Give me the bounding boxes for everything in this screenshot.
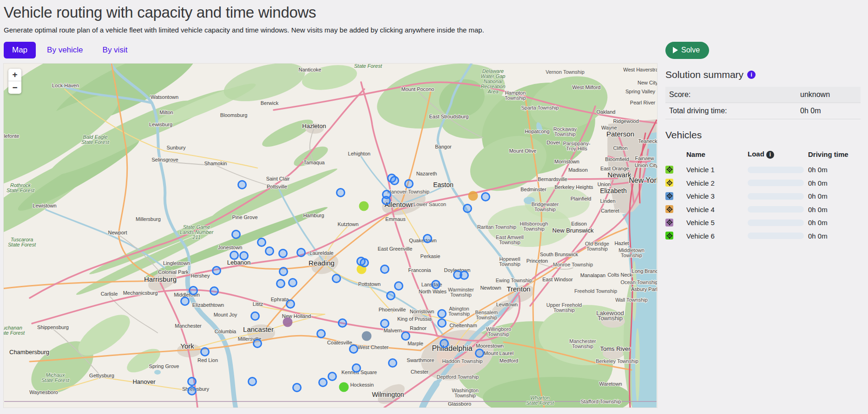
visit-marker[interactable]: [240, 252, 248, 260]
visit-marker[interactable]: [405, 180, 413, 188]
map-place-label: HopewellTownship: [499, 256, 520, 267]
map-place-label: Malvern: [383, 328, 401, 333]
visit-marker[interactable]: [279, 250, 287, 258]
map-place-label: Hanover: [132, 378, 156, 385]
depot-marker[interactable]: [362, 331, 372, 341]
map-place-label: Mount Joy: [214, 312, 237, 317]
visit-marker[interactable]: [230, 252, 238, 259]
visit-marker[interactable]: [387, 292, 395, 300]
visit-marker[interactable]: [337, 189, 345, 197]
map-place-label: Kutztown: [337, 221, 358, 227]
tab[interactable]: By visit: [94, 42, 136, 58]
solve-button[interactable]: Solve: [665, 42, 709, 59]
visit-marker[interactable]: [402, 332, 410, 340]
visit-marker[interactable]: [277, 280, 285, 288]
visit-marker[interactable]: [210, 287, 218, 295]
map-place-label: Newtown: [480, 285, 501, 291]
map-place-label: Medford: [500, 358, 518, 363]
visit-marker[interactable]: [251, 312, 259, 320]
tab[interactable]: By vehicle: [39, 42, 91, 58]
visit-marker[interactable]: [188, 387, 196, 395]
visit-marker[interactable]: [287, 300, 295, 308]
map-place-label: East Windsor: [542, 277, 573, 282]
visit-marker[interactable]: [317, 330, 325, 338]
map-place-label: Parsippany-Troy Hills: [563, 141, 591, 151]
map-place-label: Freehold Township: [574, 288, 617, 294]
map-place-label: Stafford Township: [580, 399, 621, 404]
depot-marker[interactable]: [359, 201, 369, 211]
map-place-label: MiddletownTownship: [618, 247, 644, 258]
zoom-in-button[interactable]: +: [8, 69, 21, 81]
visit-marker[interactable]: [460, 272, 468, 279]
visit-marker[interactable]: [339, 319, 347, 327]
visit-marker[interactable]: [289, 279, 297, 287]
visit-marker[interactable]: [258, 239, 266, 246]
map-place-label: Morristown: [554, 159, 579, 164]
visit-marker[interactable]: [319, 379, 327, 387]
summary-label: Total driving time:: [665, 103, 800, 119]
map-place-label: WillingboroTownship: [486, 326, 511, 337]
visit-marker[interactable]: [254, 340, 262, 348]
depot-marker[interactable]: [339, 382, 349, 392]
map-place-label: Chester: [411, 369, 429, 375]
visit-marker[interactable]: [201, 348, 209, 356]
visit-marker[interactable]: [389, 359, 397, 367]
visit-marker[interactable]: [350, 345, 358, 353]
map-place-label: ManchesterTownship: [569, 338, 596, 349]
zoom-out-button[interactable]: −: [8, 81, 21, 94]
visit-marker[interactable]: [438, 319, 446, 327]
visit-marker[interactable]: [238, 181, 246, 189]
map-place-label: Lebanon: [227, 259, 251, 266]
tab[interactable]: Map: [4, 42, 36, 58]
load-info-icon[interactable]: i: [766, 151, 774, 159]
visit-marker[interactable]: [395, 282, 403, 290]
main-content: MapBy vehicleBy visit: [4, 41, 864, 408]
visit-marker[interactable]: [424, 235, 432, 243]
visit-marker[interactable]: [190, 287, 197, 295]
visit-marker[interactable]: [297, 249, 305, 257]
solution-summary-info-icon[interactable]: i: [747, 71, 756, 79]
map-place-label: Wall Township: [615, 297, 648, 303]
visit-marker[interactable]: [181, 298, 189, 305]
visit-marker[interactable]: [441, 340, 448, 348]
map-place-label: RothrockState Forest: [7, 182, 35, 193]
depot-marker[interactable]: [283, 317, 293, 327]
visit-marker[interactable]: [232, 231, 240, 239]
map-place-label: Red Lion: [197, 357, 218, 363]
map-place-label: Spring Grove: [149, 363, 179, 369]
crosshairs-glyph: [666, 166, 673, 173]
map-place-label: West Milford: [572, 84, 601, 90]
map-place-label: Millersburg: [136, 216, 161, 222]
map-place-label: WarminsterTownship: [448, 287, 474, 298]
visit-marker[interactable]: [381, 265, 389, 273]
visit-marker[interactable]: [249, 378, 256, 386]
map-place-label: Hazlet: [614, 240, 629, 246]
visit-marker[interactable]: [293, 384, 301, 392]
visit-marker[interactable]: [432, 281, 440, 289]
map-place-label: BridgewaterTownship: [532, 201, 559, 212]
visit-marker[interactable]: [381, 320, 389, 328]
visit-marker[interactable]: [464, 205, 472, 213]
map[interactable]: Lock HavenNanticokeWatsontownBerwickMilt…: [4, 64, 657, 408]
visit-marker[interactable]: [188, 378, 196, 386]
visit-marker[interactable]: [382, 197, 390, 205]
map-place-label: Colonial Park: [158, 269, 189, 275]
visit-marker[interactable]: [391, 177, 399, 185]
visit-marker[interactable]: [438, 310, 446, 318]
visit-marker[interactable]: [329, 373, 336, 381]
depot-marker[interactable]: [468, 191, 478, 201]
visit-marker[interactable]: [482, 193, 490, 201]
visit-marker[interactable]: [213, 267, 221, 275]
visit-marker[interactable]: [361, 259, 368, 267]
map-place-label: Sunbury: [167, 145, 186, 150]
solve-button-label: Solve: [681, 46, 700, 54]
map-place-label: West Haverstraw: [623, 67, 657, 72]
visit-marker[interactable]: [280, 268, 288, 276]
map-place-label: North Wales: [419, 289, 447, 294]
visit-marker[interactable]: [333, 275, 341, 283]
visit-marker[interactable]: [266, 247, 274, 255]
vehicle-row: Vehicle 3 0h 0m: [665, 190, 861, 203]
visit-marker[interactable]: [476, 349, 484, 357]
visit-marker[interactable]: [353, 364, 361, 372]
map-place-label: Plainfield: [571, 196, 592, 201]
